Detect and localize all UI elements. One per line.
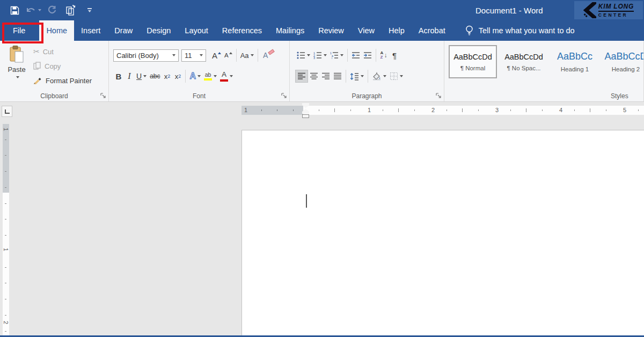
save-button[interactable] bbox=[9, 4, 20, 17]
superscript-button[interactable]: x2 bbox=[172, 70, 183, 83]
tab-design[interactable]: Design bbox=[140, 20, 178, 41]
tab-home[interactable]: Home bbox=[39, 20, 74, 41]
save-icon bbox=[10, 6, 19, 15]
font-group-label: Font bbox=[109, 92, 289, 100]
chevron-down-icon bbox=[197, 75, 201, 77]
qat-customize-icon bbox=[87, 8, 92, 12]
highlight-ab: ab bbox=[205, 72, 211, 78]
tell-me-box[interactable]: Tell me what you want to do bbox=[465, 20, 575, 41]
line-spacing-icon bbox=[350, 72, 359, 80]
cut-button[interactable]: ✂ Cut bbox=[33, 46, 92, 57]
tell-me-label: Tell me what you want to do bbox=[479, 26, 575, 35]
ribbon-tabs: File Home Insert Draw Design Layout Refe… bbox=[0, 20, 644, 41]
document-title: Document1 - Word bbox=[475, 0, 543, 20]
document-workarea: 1 1 2 3 4 5 1 1 2 bbox=[0, 102, 644, 335]
align-left-button[interactable] bbox=[295, 70, 308, 83]
increase-indent-icon bbox=[363, 52, 372, 59]
highlight-button[interactable]: ab bbox=[202, 70, 218, 83]
tab-acrobat[interactable]: Acrobat bbox=[412, 20, 452, 41]
kimlong-logo: KIM LONG CENTER bbox=[574, 1, 643, 19]
align-center-button[interactable] bbox=[308, 70, 320, 83]
grow-font-button[interactable]: A bbox=[210, 49, 223, 62]
bold-button[interactable]: B bbox=[113, 70, 124, 83]
chevron-down-icon bbox=[214, 75, 217, 77]
decrease-indent-button[interactable] bbox=[350, 49, 362, 62]
tab-mailings[interactable]: Mailings bbox=[269, 20, 311, 41]
style-normal[interactable]: AaBbCcDd ¶ Normal bbox=[449, 45, 497, 78]
tab-layout[interactable]: Layout bbox=[178, 20, 215, 41]
shading-button[interactable] bbox=[370, 70, 388, 83]
decrease-indent-icon bbox=[352, 52, 360, 59]
tab-references[interactable]: References bbox=[215, 20, 269, 41]
tab-review[interactable]: Review bbox=[311, 20, 351, 41]
word-window: Document1 - Word KIM LONG CENTER File Ho… bbox=[0, 0, 644, 337]
clipboard-dialog-launcher[interactable] bbox=[100, 93, 106, 99]
change-case-button[interactable]: Aa bbox=[239, 49, 255, 62]
left-indent-marker[interactable] bbox=[302, 114, 309, 118]
strikethrough-button[interactable]: abc bbox=[148, 70, 162, 83]
text-effects-button[interactable]: A bbox=[188, 70, 202, 83]
ruler-number: 2 bbox=[3, 319, 9, 326]
paragraph-dialog-launcher[interactable] bbox=[436, 93, 442, 99]
underline-button[interactable]: U bbox=[135, 70, 148, 83]
ruler-number: 1 bbox=[3, 126, 9, 133]
tab-stop-selector[interactable] bbox=[2, 106, 12, 117]
arrow-down-icon: ↓ bbox=[384, 52, 387, 59]
svg-text:i: i bbox=[332, 56, 332, 59]
superscript-2: 2 bbox=[178, 74, 181, 79]
chevron-down-icon bbox=[143, 75, 147, 77]
font-family-select[interactable]: Calibri (Body) bbox=[113, 49, 179, 62]
font-dialog-launcher[interactable] bbox=[281, 93, 287, 99]
multilevel-list-button[interactable]: 1ai bbox=[328, 49, 345, 62]
font-color-button[interactable]: A bbox=[218, 70, 235, 83]
undo-button[interactable] bbox=[27, 4, 39, 17]
style-name: ¶ No Spac... bbox=[507, 65, 540, 71]
chevron-down-icon bbox=[400, 75, 403, 77]
copy-refresh-button[interactable] bbox=[65, 4, 77, 17]
paste-button[interactable]: Paste bbox=[3, 45, 30, 92]
style-no-spacing[interactable]: AaBbCcDd ¶ No Spac... bbox=[500, 45, 548, 78]
justify-button[interactable] bbox=[332, 70, 343, 83]
bullets-button[interactable] bbox=[295, 49, 312, 62]
copy-button[interactable]: Copy bbox=[33, 61, 92, 71]
style-heading1[interactable]: AaBbCc Heading 1 bbox=[551, 45, 599, 78]
document-page[interactable] bbox=[241, 130, 644, 335]
scissors-icon: ✂ bbox=[33, 47, 40, 56]
numbering-icon: 123 bbox=[313, 52, 322, 59]
logo-text: KIM LONG CENTER bbox=[598, 3, 634, 18]
numbering-button[interactable]: 123 bbox=[312, 49, 328, 62]
increase-indent-button[interactable] bbox=[362, 49, 374, 62]
paragraph-group-label: Paragraph bbox=[290, 92, 444, 100]
chevron-down-icon bbox=[172, 54, 175, 56]
format-painter-button[interactable]: Format Painter bbox=[33, 75, 92, 86]
show-marks-button[interactable]: ¶ bbox=[389, 49, 400, 62]
title-bar: Document1 - Word KIM LONG CENTER bbox=[0, 0, 644, 20]
shrink-font-button[interactable]: A bbox=[223, 49, 234, 62]
shrink-font-label: A bbox=[224, 52, 229, 58]
style-name: Heading 2 bbox=[612, 66, 640, 72]
tab-file[interactable]: File bbox=[3, 20, 35, 41]
align-right-icon bbox=[321, 72, 330, 80]
italic-button[interactable]: I bbox=[124, 70, 135, 83]
borders-button[interactable] bbox=[388, 70, 405, 83]
tab-help[interactable]: Help bbox=[382, 20, 412, 41]
chevron-down-icon bbox=[251, 54, 254, 56]
horizontal-ruler[interactable]: 1 1 2 3 4 5 bbox=[241, 106, 644, 115]
style-heading2[interactable]: AaBbCcD Heading 2 bbox=[602, 45, 644, 78]
chevron-down-icon bbox=[383, 75, 386, 77]
clear-formatting-button[interactable]: A bbox=[260, 49, 271, 62]
redo-button[interactable] bbox=[46, 4, 58, 17]
logo-line1: KIM LONG bbox=[598, 3, 634, 12]
font-family-value: Calibri (Body) bbox=[116, 52, 159, 60]
tab-insert[interactable]: Insert bbox=[74, 20, 107, 41]
qat-customize-button[interactable] bbox=[84, 4, 96, 17]
subscript-button[interactable]: x2 bbox=[162, 70, 172, 83]
font-size-select[interactable]: 11 bbox=[181, 49, 206, 62]
sort-button[interactable]: A Z ↓ bbox=[378, 49, 389, 62]
line-spacing-button[interactable] bbox=[348, 70, 365, 83]
format-painter-label: Format Painter bbox=[46, 77, 92, 85]
vertical-ruler[interactable]: 1 1 2 bbox=[3, 124, 9, 335]
tab-view[interactable]: View bbox=[351, 20, 382, 41]
align-right-button[interactable] bbox=[320, 70, 332, 83]
tab-draw[interactable]: Draw bbox=[107, 20, 140, 41]
